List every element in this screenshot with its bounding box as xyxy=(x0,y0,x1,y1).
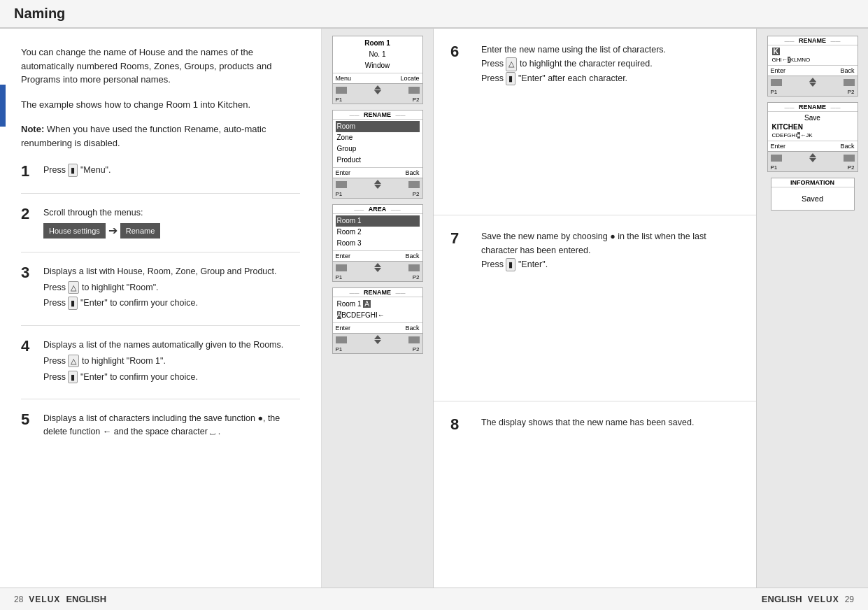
screen-2-header: RENAME xyxy=(333,111,422,120)
screen-5-updown xyxy=(809,78,816,87)
screen-4-btn-labels: P1 P2 xyxy=(333,346,422,353)
screen-6-btn-labels: P1 P2 xyxy=(768,164,858,171)
screen-6-updown xyxy=(809,153,816,162)
screen-7-body: Saved xyxy=(771,187,854,210)
step-8-num: 8 xyxy=(450,415,473,434)
note-label: Note: xyxy=(21,124,44,134)
screen-3-btn-left[interactable] xyxy=(336,264,347,271)
breadcrumb-row: House settings ➔ Rename xyxy=(43,222,300,239)
screen-5-p2: P2 xyxy=(848,89,855,95)
screen-3-p2: P2 xyxy=(413,274,420,280)
intro-para2: The example shows how to change Room 1 i… xyxy=(21,98,300,112)
screen-5-btn-right[interactable] xyxy=(844,79,855,86)
screen-3-footer: Enter Back xyxy=(333,250,422,261)
screen-3-btn-right[interactable] xyxy=(408,264,420,271)
screen-4-header: RENAME xyxy=(333,288,422,297)
screen-1-btn-right[interactable] xyxy=(408,87,420,94)
screen-3-room2: Room 2 xyxy=(336,227,420,238)
screen-4-p1: P1 xyxy=(336,346,343,353)
screen-3-updown xyxy=(374,263,381,272)
step-6: 6 Enter the new name using the list of c… xyxy=(450,43,739,85)
footer-brand-left: VELUX xyxy=(29,595,60,604)
screen-6-chars: CDEFGHI●←JK xyxy=(771,131,855,139)
screen-1-btn-left[interactable] xyxy=(336,87,347,94)
screen-6-back: Back xyxy=(840,143,854,150)
screen-3-buttons xyxy=(333,261,422,273)
up-key-6: △ xyxy=(506,57,517,71)
enter-key-6: ▮ xyxy=(506,72,515,86)
screen-2-btn-right[interactable] xyxy=(408,181,420,188)
enter-key-4: ▮ xyxy=(68,371,78,384)
screen-3-room3: Room 3 xyxy=(336,238,420,249)
step-7: 7 Save the new name by choosing ● in the… xyxy=(450,229,739,272)
screen-4-body: Room 1 A ABCDEFGHI← xyxy=(333,297,422,322)
screen-6: RENAME Save KITCHEN CDEFGHI●←JK Enter Ba… xyxy=(767,102,858,172)
step-5-text: Displays a list of characters including … xyxy=(43,412,300,441)
page-footer: 28 VELUX ENGLISH ENGLISH VELUX 29 xyxy=(0,588,868,610)
right-steps: 6 Enter the new name using the list of c… xyxy=(434,29,756,588)
screen-2-room: Room xyxy=(336,121,420,132)
screen-4-down-arrow xyxy=(374,340,381,344)
footer-lang-right: ENGLISH xyxy=(762,594,802,604)
screen-5-title: RENAME xyxy=(796,37,829,44)
screen-5-back: Back xyxy=(840,67,854,74)
step-2-text: Scroll through the menus: House settings… xyxy=(43,206,300,239)
screen-4-chars: ABCDEFGHI← xyxy=(336,310,420,321)
intro-para1: You can change the name of House and the… xyxy=(21,45,300,87)
screen-3: AREA Room 1 Room 2 Room 3 Enter Back xyxy=(332,204,423,282)
screen-4-p2: P2 xyxy=(413,346,420,353)
screen-5-p1: P1 xyxy=(771,89,778,95)
screen-5-k-line: K xyxy=(771,47,855,56)
screen-2-back: Back xyxy=(405,169,419,176)
screen-1-body: Room 1 No. 1 Window xyxy=(333,36,422,73)
screen-3-enter: Enter xyxy=(336,252,351,259)
screen-5-buttons xyxy=(768,76,858,88)
screen-4-container: RENAME Room 1 A ABCDEFGHI← Enter Back xyxy=(332,287,423,354)
screen-1-title: Room 1 xyxy=(336,38,420,49)
enter-key-7: ▮ xyxy=(506,258,515,272)
step-8: 8 The display shows that the new name ha… xyxy=(450,415,739,434)
step-7-num: 7 xyxy=(450,229,473,248)
screen-2-zone: Zone xyxy=(336,132,420,143)
screen-5-down-arrow xyxy=(809,83,816,87)
screen-4-btn-right[interactable] xyxy=(408,336,420,343)
intro-note: Note: When you have used the function Re… xyxy=(21,122,300,150)
screen-6-up-arrow xyxy=(809,153,816,157)
screen-4: RENAME Room 1 A ABCDEFGHI← Enter Back xyxy=(332,287,423,354)
screen-5-btn-labels: P1 P2 xyxy=(768,88,858,96)
screen-3-back: Back xyxy=(405,252,419,259)
screen-6-btn-right[interactable] xyxy=(844,155,855,162)
screen-2-product: Product xyxy=(336,155,420,166)
screen-1: Room 1 No. 1 Window Menu Locate xyxy=(332,36,423,104)
screen-1-buttons xyxy=(333,83,422,96)
screen-6-p1: P1 xyxy=(771,164,778,171)
screen-4-footer: Enter Back xyxy=(333,322,422,333)
screen-2-container: RENAME Room Zone Group Product Enter Bac… xyxy=(332,110,423,199)
screen-4-btn-left[interactable] xyxy=(336,336,347,343)
step-8-text: The display shows that the new name has … xyxy=(481,415,739,429)
screen-5-container: RENAME K GHI←JKLMNO Enter Back xyxy=(767,36,858,97)
footer-page-left: 28 xyxy=(14,595,23,604)
screen-2-btn-left[interactable] xyxy=(336,181,347,188)
screen-5-btn-left[interactable] xyxy=(771,79,782,86)
step-2: 2 Scroll through the menus: House settin… xyxy=(21,206,300,252)
footer-right: ENGLISH VELUX 29 xyxy=(762,594,854,604)
screen-1-footer: Menu Locate xyxy=(333,73,422,83)
screen-1-locate: Locate xyxy=(400,75,419,82)
page-header: Naming xyxy=(0,0,868,29)
screen-5-header: RENAME xyxy=(768,36,858,45)
screen-2-title: RENAME xyxy=(361,111,394,118)
screen-3-down-arrow xyxy=(374,268,381,272)
screen-4-enter: Enter xyxy=(336,325,351,332)
step-5: 5 Displays a list of characters includin… xyxy=(21,412,300,454)
right-screens-col: RENAME K GHI←JKLMNO Enter Back xyxy=(756,29,868,588)
step-6-num: 6 xyxy=(450,43,473,61)
screen-3-room1: Room 1 xyxy=(336,215,420,227)
step-8-section: 8 The display shows that the new name ha… xyxy=(434,401,756,588)
screen-1-no: No. 1 xyxy=(336,49,420,60)
screen-4-up-arrow xyxy=(374,335,381,339)
step-4-num: 4 xyxy=(21,337,43,355)
screen-3-title: AREA xyxy=(366,206,390,213)
step-4-text: Displays a list of the names automatical… xyxy=(43,339,300,386)
screen-6-btn-left[interactable] xyxy=(771,155,782,162)
